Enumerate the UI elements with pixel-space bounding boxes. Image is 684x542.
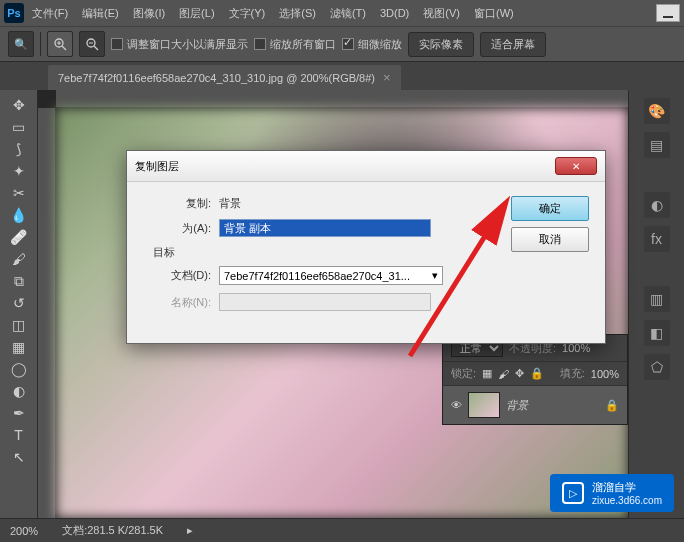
channels-panel-icon[interactable]: ◧ xyxy=(644,320,670,346)
layer-name: 背景 xyxy=(506,398,528,413)
menu-image[interactable]: 图像(I) xyxy=(127,2,171,25)
ruler-horizontal[interactable] xyxy=(56,90,628,108)
lock-image-icon[interactable]: 🖌 xyxy=(498,368,509,380)
document-info[interactable]: 文档:281.5 K/281.5K xyxy=(62,523,163,538)
watermark: ▷ 溜溜自学 zixue.3d66.com xyxy=(550,474,674,512)
lock-position-icon[interactable]: ✥ xyxy=(515,367,524,380)
options-bar: 🔍 调整窗口大小以满屏显示 缩放所有窗口 细微缩放 实际像素 适合屏幕 xyxy=(0,26,684,62)
move-tool[interactable]: ✥ xyxy=(6,94,32,116)
history-brush-tool[interactable]: ↺ xyxy=(6,292,32,314)
menu-bar: Ps 文件(F) 编辑(E) 图像(I) 图层(L) 文字(Y) 选择(S) 滤… xyxy=(0,0,684,26)
watermark-title: 溜溜自学 xyxy=(592,480,662,495)
tool-preset-icon[interactable]: 🔍 xyxy=(8,31,34,57)
blur-tool[interactable]: ◯ xyxy=(6,358,32,380)
path-tool[interactable]: ↖ xyxy=(6,446,32,468)
document-select[interactable]: 7ebe7f74f2f0116eef658ae270c4_31... ▾ xyxy=(219,266,443,285)
ruler-vertical[interactable] xyxy=(38,108,56,518)
document-tab-title: 7ebe7f74f2f0116eef658ae270c4_310_310.jpg… xyxy=(58,72,375,84)
panel-dock: 🎨 ▤ ◐ fx ▥ ◧ ⬠ xyxy=(628,90,684,518)
zoom-level[interactable]: 200% xyxy=(10,525,38,537)
duplicate-layer-dialog: 复制图层 ✕ 复制: 背景 为(A): 目标 文档(D): 7ebe7f74f2… xyxy=(126,150,606,344)
svg-line-5 xyxy=(94,46,98,50)
magic-wand-tool[interactable]: ✦ xyxy=(6,160,32,182)
brush-tool[interactable]: 🖌 xyxy=(6,248,32,270)
fit-screen-button[interactable]: 适合屏幕 xyxy=(480,32,546,57)
dialog-close-button[interactable]: ✕ xyxy=(555,157,597,175)
svg-line-1 xyxy=(62,46,66,50)
document-tab-bar: 7ebe7f74f2f0116eef658ae270c4_310_310.jpg… xyxy=(0,62,684,90)
zoom-all-checkbox[interactable]: 缩放所有窗口 xyxy=(254,37,336,52)
resize-window-checkbox[interactable]: 调整窗口大小以满屏显示 xyxy=(111,37,248,52)
copy-label: 复制: xyxy=(143,196,219,211)
crop-tool[interactable]: ✂ xyxy=(6,182,32,204)
swatches-panel-icon[interactable]: ▤ xyxy=(644,132,670,158)
document-select-value: 7ebe7f74f2f0116eef658ae270c4_31... xyxy=(224,270,410,282)
scrubby-zoom-label: 细微缩放 xyxy=(358,37,402,52)
visibility-eye-icon[interactable]: 👁 xyxy=(451,399,462,411)
document-tab[interactable]: 7ebe7f74f2f0116eef658ae270c4_310_310.jpg… xyxy=(48,65,401,90)
window-minimize-button[interactable] xyxy=(656,4,680,22)
resize-window-label: 调整窗口大小以满屏显示 xyxy=(127,37,248,52)
status-menu-arrow-icon[interactable]: ▸ xyxy=(187,524,193,537)
zoom-out-icon[interactable] xyxy=(79,31,105,57)
lock-all-icon[interactable]: 🔒 xyxy=(530,367,544,380)
destination-section-label: 目标 xyxy=(153,245,499,260)
menu-edit[interactable]: 编辑(E) xyxy=(76,2,125,25)
name-label: 名称(N): xyxy=(143,295,219,310)
layers-panel-icon[interactable]: ▥ xyxy=(644,286,670,312)
document-label: 文档(D): xyxy=(143,268,219,283)
copy-source-value: 背景 xyxy=(219,196,241,211)
fill-value[interactable]: 100% xyxy=(591,368,619,380)
app-logo: Ps xyxy=(4,3,24,23)
eyedropper-tool[interactable]: 💧 xyxy=(6,204,32,226)
eraser-tool[interactable]: ◫ xyxy=(6,314,32,336)
adjustments-panel-icon[interactable]: ◐ xyxy=(644,192,670,218)
gradient-tool[interactable]: ▦ xyxy=(6,336,32,358)
lock-label: 锁定: xyxy=(451,366,476,381)
paths-panel-icon[interactable]: ⬠ xyxy=(644,354,670,380)
lock-icon: 🔒 xyxy=(605,399,619,412)
menu-view[interactable]: 视图(V) xyxy=(417,2,466,25)
color-panel-icon[interactable]: 🎨 xyxy=(644,98,670,124)
scrubby-zoom-checkbox[interactable]: 细微缩放 xyxy=(342,37,402,52)
cancel-button[interactable]: 取消 xyxy=(511,227,589,252)
layer-thumbnail[interactable] xyxy=(468,392,500,418)
play-icon: ▷ xyxy=(562,482,584,504)
pen-tool[interactable]: ✒ xyxy=(6,402,32,424)
zoom-all-label: 缩放所有窗口 xyxy=(270,37,336,52)
actual-pixels-button[interactable]: 实际像素 xyxy=(408,32,474,57)
name-input xyxy=(219,293,431,311)
marquee-tool[interactable]: ▭ xyxy=(6,116,32,138)
layers-panel: 正常 不透明度: 100% 锁定: ▦ 🖌 ✥ 🔒 填充: 100% 👁 背景 … xyxy=(442,334,628,425)
lock-transparency-icon[interactable]: ▦ xyxy=(482,367,492,380)
watermark-url: zixue.3d66.com xyxy=(592,495,662,506)
clone-stamp-tool[interactable]: ⧉ xyxy=(6,270,32,292)
status-bar: 200% 文档:281.5 K/281.5K ▸ xyxy=(0,518,684,542)
dialog-title: 复制图层 xyxy=(135,159,179,174)
dropdown-arrow-icon: ▾ xyxy=(432,269,438,282)
tab-close-icon[interactable]: × xyxy=(383,70,391,85)
menu-select[interactable]: 选择(S) xyxy=(273,2,322,25)
menu-window[interactable]: 窗口(W) xyxy=(468,2,520,25)
dialog-titlebar[interactable]: 复制图层 ✕ xyxy=(127,151,605,182)
healing-brush-tool[interactable]: 🩹 xyxy=(6,226,32,248)
fill-label: 填充: xyxy=(560,366,585,381)
dodge-tool[interactable]: ◐ xyxy=(6,380,32,402)
menu-3d[interactable]: 3D(D) xyxy=(374,3,415,23)
menu-file[interactable]: 文件(F) xyxy=(26,2,74,25)
layer-row-background[interactable]: 👁 背景 🔒 xyxy=(443,385,627,424)
tools-panel: ✥ ▭ ⟆ ✦ ✂ 💧 🩹 🖌 ⧉ ↺ ◫ ▦ ◯ ◐ ✒ T ↖ xyxy=(0,90,38,518)
menu-type[interactable]: 文字(Y) xyxy=(223,2,272,25)
styles-panel-icon[interactable]: fx xyxy=(644,226,670,252)
type-tool[interactable]: T xyxy=(6,424,32,446)
lasso-tool[interactable]: ⟆ xyxy=(6,138,32,160)
zoom-in-icon[interactable] xyxy=(47,31,73,57)
ok-button[interactable]: 确定 xyxy=(511,196,589,221)
menu-layer[interactable]: 图层(L) xyxy=(173,2,220,25)
as-label: 为(A): xyxy=(143,221,219,236)
as-name-input[interactable] xyxy=(219,219,431,237)
menu-filter[interactable]: 滤镜(T) xyxy=(324,2,372,25)
